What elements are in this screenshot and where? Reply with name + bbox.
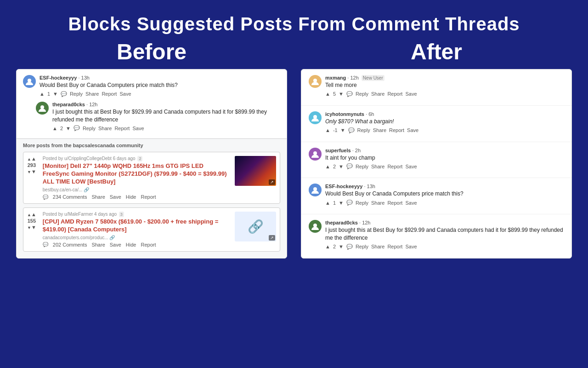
post-share[interactable]: Share	[91, 194, 105, 200]
report-superfuels[interactable]: Report	[387, 164, 402, 169]
svg-point-0	[28, 79, 31, 82]
save-esf-after[interactable]: Save	[405, 200, 417, 206]
post-save-cpu[interactable]: Save	[110, 242, 121, 247]
report-mxmang[interactable]: Report	[387, 91, 402, 97]
share-icyhot[interactable]: Share	[373, 127, 386, 133]
comment-actions-2: ▲ 2 ▼ 💬 Reply Share Report Save	[52, 125, 280, 131]
comment-body-esf-after: ESF-hockeeyyy · 13h Would Best Buy or Ca…	[325, 184, 564, 206]
up-mxmang[interactable]: ▲	[325, 91, 330, 97]
avatar-mxmang	[309, 75, 322, 88]
reply-icyhot[interactable]: Reply	[357, 127, 370, 133]
comment-body-icyhot: icyhotonmynuts · 6h Only $870? What a ba…	[325, 111, 564, 133]
avatar-esf	[23, 75, 36, 88]
post-downvote-cpu[interactable]: ▼	[27, 224, 36, 230]
save-button-2[interactable]: Save	[132, 126, 144, 131]
svg-point-1	[40, 105, 44, 109]
post-actions-monitor: 💬 234 Comments Share Save Hide Report	[43, 194, 231, 200]
post-content-monitor: Posted by u/CripplingCollegeDebt 6 days …	[43, 156, 231, 200]
text-esf-after: Would Best Buy or Canada Computers price…	[325, 190, 564, 198]
reply-mxmang[interactable]: Reply	[356, 91, 368, 97]
post-votes-monitor: ▲ 293 ▼	[27, 156, 36, 200]
reply-button-2[interactable]: Reply	[83, 126, 96, 131]
post-comments-count-cpu[interactable]: 202 Comments	[53, 242, 87, 247]
post-save[interactable]: Save	[110, 194, 121, 200]
votes-theparad-after: 2	[333, 244, 336, 249]
upvote-button-2[interactable]: ▲	[52, 126, 57, 131]
badge-mxmang: New User	[362, 75, 384, 81]
username-superfuels: superfuels	[325, 148, 351, 153]
report-theparad-after[interactable]: Report	[387, 244, 402, 249]
post-report-cpu[interactable]: Report	[141, 242, 156, 247]
share-mxmang[interactable]: Share	[371, 91, 384, 97]
down-superfuels[interactable]: ▼	[339, 164, 344, 169]
comment-item-mxmang: mxmang · 12h New User Tell me more ▲ 5 ▼…	[309, 75, 564, 97]
comment-actions: ▲ 1 ▼ 💬 Reply Share Report Save	[40, 91, 280, 97]
bubble-superfuels: 💬	[346, 163, 353, 169]
down-theparad-after[interactable]: ▼	[339, 244, 344, 249]
comment-item-icyhot: icyhotonmynuts · 6h Only $870? What a ba…	[309, 111, 564, 133]
comment-body-2: theparad0cks · 12h I just bought this at…	[52, 102, 280, 132]
post-hide-cpu[interactable]: Hide	[126, 242, 136, 247]
post-title-monitor[interactable]: [Monitor] Dell 27" 1440p WQHD 165Hz 1ms …	[43, 162, 231, 186]
text-icyhot: Only $870? What a bargain!	[325, 118, 564, 126]
share-button-2[interactable]: Share	[98, 126, 112, 131]
svg-point-6	[313, 224, 317, 227]
post-upvote[interactable]: ▲	[27, 156, 36, 161]
comment-username-2: theparad0cks	[52, 102, 85, 107]
report-button[interactable]: Report	[102, 91, 117, 97]
comment-body-superfuels: superfuels · 2h It aint for you champ ▲ …	[325, 148, 564, 170]
post-title-cpu[interactable]: [CPU] AMD Ryzen 7 5800x ($619.00 - $200.…	[43, 218, 231, 234]
up-icyhot[interactable]: ▲	[325, 127, 330, 133]
reply-superfuels[interactable]: Reply	[356, 164, 368, 169]
down-esf-after[interactable]: ▼	[339, 200, 344, 206]
before-panel: ESF-hockeeyyy · 13h Would Best Buy or Ca…	[16, 69, 287, 259]
downvote-button-2[interactable]: ▼	[66, 126, 71, 131]
svg-point-2	[313, 79, 317, 82]
upvote-button[interactable]: ▲	[40, 91, 45, 97]
post-thumbnail-monitor: ↗	[235, 156, 276, 186]
up-esf-after[interactable]: ▲	[325, 200, 330, 206]
reply-theparad-after[interactable]: Reply	[356, 244, 368, 249]
after-comment-esf: ESF-hockeeyyy · 13h Would Best Buy or Ca…	[301, 178, 571, 214]
post-hide[interactable]: Hide	[126, 194, 136, 200]
comment-meta-mxmang: mxmang · 12h New User	[325, 75, 564, 80]
save-theparad-after[interactable]: Save	[405, 244, 417, 249]
post-actions-cpu: 💬 202 Comments Share Save Hide Report	[43, 242, 231, 247]
save-button[interactable]: Save	[119, 91, 131, 97]
avatar-superfuels	[309, 148, 322, 161]
up-theparad-after[interactable]: ▲	[325, 244, 330, 249]
actions-theparad-after: ▲ 2 ▼ 💬 Reply Share Report Save	[325, 244, 564, 250]
post-comments-count[interactable]: 234 Comments	[53, 194, 87, 200]
suggested-title: More posts from the bapcsalescanada comm…	[23, 143, 280, 148]
save-superfuels[interactable]: Save	[405, 164, 417, 169]
comment-item: ESF-hockeeyyy · 13h Would Best Buy or Ca…	[23, 75, 280, 97]
page-title: Blocks Suggested Posts From Comment Thre…	[0, 0, 588, 39]
comment-section-before: ESF-hockeeyyy · 13h Would Best Buy or Ca…	[17, 69, 287, 138]
save-mxmang[interactable]: Save	[405, 91, 417, 97]
comment-meta-esf-after: ESF-hockeeyyy · 13h	[325, 184, 564, 189]
post-upvote-cpu[interactable]: ▲	[27, 212, 36, 217]
post-downvote[interactable]: ▼	[27, 169, 36, 174]
share-theparad-after[interactable]: Share	[371, 244, 384, 249]
comment-item-esf-after: ESF-hockeeyyy · 13h Would Best Buy or Ca…	[309, 184, 564, 206]
down-mxmang[interactable]: ▼	[339, 91, 344, 97]
bubble-esf-after: 💬	[346, 200, 353, 206]
text-mxmang: Tell me more	[325, 81, 564, 89]
post-share-cpu[interactable]: Share	[91, 242, 105, 247]
up-superfuels[interactable]: ▲	[325, 164, 330, 169]
share-esf-after[interactable]: Share	[371, 200, 384, 206]
share-superfuels[interactable]: Share	[371, 164, 384, 169]
reply-button[interactable]: Reply	[70, 91, 83, 97]
comment-text: Would Best Buy or Canada Computers price…	[40, 81, 280, 89]
reply-esf-after[interactable]: Reply	[356, 200, 368, 206]
report-esf-after[interactable]: Report	[387, 200, 402, 206]
down-icyhot[interactable]: ▼	[340, 127, 345, 133]
post-report[interactable]: Report	[141, 194, 156, 200]
post-meta-monitor: Posted by u/CripplingCollegeDebt 6 days …	[43, 156, 231, 161]
downvote-button[interactable]: ▼	[53, 91, 58, 97]
save-icyhot[interactable]: Save	[407, 127, 418, 133]
share-button[interactable]: Share	[85, 91, 99, 97]
report-button-2[interactable]: Report	[114, 126, 130, 131]
after-comment-theparad: theparad0cks · 12h I just bought this at…	[301, 214, 571, 258]
report-icyhot[interactable]: Report	[389, 127, 404, 133]
